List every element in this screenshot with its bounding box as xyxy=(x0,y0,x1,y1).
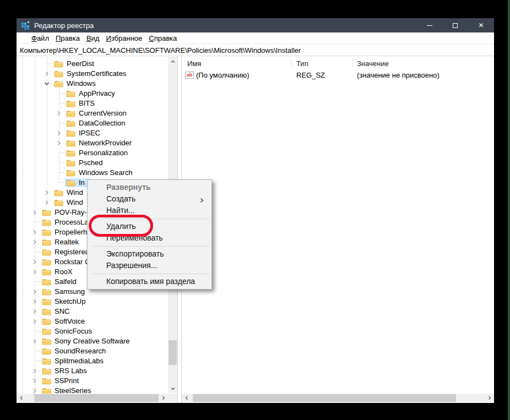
context-menu-item-rename[interactable]: Переименовать xyxy=(88,232,211,244)
scroll-left-button[interactable] xyxy=(17,394,26,402)
close-button[interactable]: ✕ xyxy=(468,18,494,32)
tree-item[interactable]: NetworkProvider xyxy=(17,138,168,148)
column-header-name[interactable]: Имя xyxy=(187,58,201,70)
chevron-right-icon[interactable] xyxy=(31,239,38,246)
maximize-button[interactable] xyxy=(442,18,468,32)
tree-connector xyxy=(35,361,41,361)
chevron-right-icon[interactable] xyxy=(31,259,38,265)
tree-item[interactable]: SystemCertificates xyxy=(17,69,168,79)
tree-item[interactable]: SSPrint xyxy=(17,376,168,386)
scroll-right-button[interactable] xyxy=(485,394,494,402)
list-horizontal-scrollbar[interactable] xyxy=(182,394,494,402)
column-divider[interactable] xyxy=(352,59,353,68)
tree-item[interactable]: BITS xyxy=(17,99,168,108)
scroll-down-button[interactable] xyxy=(168,384,177,393)
tree-item-label: CurrentVersion xyxy=(79,108,127,118)
tree-item-label: In xyxy=(79,178,85,188)
tree-item[interactable]: Windows Search xyxy=(17,168,168,178)
tree-item-label: SoftVoice xyxy=(55,317,85,326)
scroll-left-button[interactable] xyxy=(182,394,191,402)
tree-connector xyxy=(35,351,41,351)
chevron-right-icon[interactable] xyxy=(31,308,38,315)
string-value-icon: ab xyxy=(185,72,194,79)
context-menu-item-delete[interactable]: Удалить xyxy=(88,221,211,232)
chevron-right-icon[interactable] xyxy=(31,378,38,384)
context-menu-item-permissions[interactable]: Разрешения... xyxy=(88,260,211,271)
column-divider[interactable] xyxy=(291,59,291,68)
menu-favorites[interactable]: Избранное xyxy=(102,34,145,42)
chevron-right-icon[interactable] xyxy=(31,368,38,374)
folder-icon xyxy=(42,337,51,345)
chevron-right-icon[interactable] xyxy=(31,209,38,216)
chevron-right-icon[interactable] xyxy=(31,288,38,295)
scroll-up-button[interactable] xyxy=(168,57,177,66)
folder-icon xyxy=(42,347,51,355)
title-bar: Редактор реестра ✕ xyxy=(17,18,494,32)
tree-item[interactable]: Windows xyxy=(17,79,168,89)
context-menu-item-export[interactable]: Экспортировать xyxy=(88,248,211,260)
tree-item[interactable]: AppPrivacy xyxy=(17,89,168,99)
context-menu-item-find[interactable]: Найти... xyxy=(88,205,211,216)
chevron-right-icon[interactable] xyxy=(56,140,62,146)
menu-view[interactable]: Вид xyxy=(83,34,103,42)
folder-icon xyxy=(66,100,75,107)
chevron-right-icon[interactable] xyxy=(31,229,38,236)
tree-item[interactable]: SplitmediaLabs xyxy=(17,356,168,366)
tree-item[interactable]: SketchUp xyxy=(17,297,168,307)
tree-item-label: IPSEC xyxy=(79,128,100,138)
tree-item[interactable]: IPSEC xyxy=(17,128,168,138)
column-header-value[interactable]: Значение xyxy=(357,58,389,70)
tree-connector xyxy=(35,222,41,222)
context-menu-separator xyxy=(92,274,210,274)
tree-item-label: Psched xyxy=(79,158,102,168)
chevron-right-icon[interactable] xyxy=(31,338,38,345)
tree-item[interactable]: DataCollection xyxy=(17,118,168,128)
folder-icon xyxy=(42,318,51,325)
context-menu-item-new[interactable]: Создать xyxy=(88,193,211,205)
scroll-right-button[interactable] xyxy=(159,394,168,402)
column-header-type[interactable]: Тип xyxy=(296,58,308,70)
chevron-down-icon[interactable] xyxy=(44,80,50,87)
folder-icon xyxy=(42,278,51,286)
tree-item[interactable]: CurrentVersion xyxy=(17,108,168,118)
menu-bar: ФайлПравкаВидИзбранноеСправка xyxy=(17,32,494,44)
tree-item[interactable]: SoftVoice xyxy=(17,317,168,326)
folder-icon xyxy=(42,308,51,315)
tree-item-label: Wind xyxy=(67,198,83,208)
chevron-right-icon[interactable] xyxy=(56,110,62,117)
chevron-right-icon[interactable] xyxy=(44,70,50,77)
tree-item-label: SRS Labs xyxy=(55,366,87,376)
chevron-right-icon[interactable] xyxy=(31,318,38,325)
context-menu-item-copy-key-name[interactable]: Копировать имя раздела xyxy=(88,276,211,287)
tree-horizontal-scrollbar[interactable] xyxy=(17,394,168,402)
menu-help[interactable]: Справка xyxy=(145,34,180,42)
chevron-right-icon[interactable] xyxy=(44,189,50,196)
value-name: (По умолчанию) xyxy=(196,70,249,80)
scrollbar-thumb[interactable] xyxy=(34,394,159,402)
tree-item-label: SplitmediaLabs xyxy=(55,356,104,366)
tree-connector xyxy=(59,162,66,163)
tree-item[interactable]: SNC xyxy=(17,307,168,317)
tree-item-label: Windows Search xyxy=(79,168,133,178)
menu-edit[interactable]: Правка xyxy=(52,34,83,42)
address-bar[interactable]: Компьютер\HKEY_LOCAL_MACHINE\SOFTWARE\Po… xyxy=(17,45,494,56)
chevron-right-icon[interactable] xyxy=(44,199,50,206)
chevron-right-icon[interactable] xyxy=(31,269,38,275)
tree-item[interactable]: SoundResearch xyxy=(17,346,168,356)
tree-item-label: SSPrint xyxy=(55,376,79,386)
tree-item-label: BITS xyxy=(79,99,95,108)
folder-icon xyxy=(42,367,51,375)
minimize-button[interactable] xyxy=(416,18,442,32)
tree-connector xyxy=(35,281,41,282)
scrollbar-thumb[interactable] xyxy=(193,394,456,402)
menu-file[interactable]: Файл xyxy=(28,34,52,42)
scrollbar-thumb[interactable] xyxy=(169,340,177,365)
tree-item[interactable]: SonicFocus xyxy=(17,326,168,336)
tree-item[interactable]: PeerDist xyxy=(17,59,168,69)
chevron-right-icon[interactable] xyxy=(31,298,38,305)
tree-item[interactable]: Psched xyxy=(17,158,168,168)
tree-item[interactable]: SRS Labs xyxy=(17,366,168,376)
tree-item[interactable]: Sony Creative Software xyxy=(17,336,168,346)
chevron-right-icon[interactable] xyxy=(56,130,62,137)
tree-item[interactable]: Personalization xyxy=(17,148,168,158)
